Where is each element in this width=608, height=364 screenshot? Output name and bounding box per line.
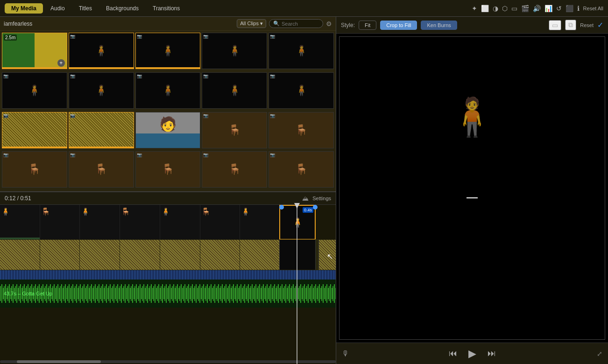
selected-indicator bbox=[2, 147, 67, 148]
settings-gear-icon[interactable]: ⚙ bbox=[326, 20, 332, 28]
figure-icon: 🧍 bbox=[162, 45, 174, 57]
tl-frame-7[interactable]: 🧍 bbox=[240, 205, 280, 239]
play-button[interactable]: ▶ bbox=[468, 348, 476, 360]
figure-icon: 🧍 bbox=[162, 84, 174, 97]
camera-badge: 📷 bbox=[203, 34, 208, 39]
figure-icon: 🧍 bbox=[95, 45, 107, 57]
crop-icon[interactable]: ▭ bbox=[511, 5, 517, 12]
mic-icon[interactable]: 🎙 bbox=[342, 350, 349, 358]
color-icon[interactable]: ◑ bbox=[493, 5, 498, 12]
noise-frame-4[interactable] bbox=[120, 240, 160, 270]
tab-my-media[interactable]: My Media bbox=[5, 3, 43, 14]
person-icon: 🧑 bbox=[159, 116, 177, 132]
search-bar: 🔍 bbox=[269, 19, 323, 28]
media-thumb-20[interactable]: 📷 🪑 bbox=[269, 151, 334, 188]
effects-icon[interactable]: ⬡ bbox=[502, 5, 508, 12]
video-frames-strip: 🧍 🪑 🧍 🪑 🧍 bbox=[0, 205, 336, 239]
skip-to-end-button[interactable]: ⏭ bbox=[488, 349, 496, 358]
tab-audio[interactable]: Audio bbox=[44, 3, 71, 14]
noise-frame-3[interactable] bbox=[80, 240, 120, 270]
media-thumb-4[interactable]: 📷 🧍 bbox=[202, 33, 267, 69]
noise-frame-5[interactable] bbox=[160, 240, 200, 270]
media-thumb-2[interactable]: 📷 🧍 bbox=[69, 33, 134, 69]
left-panel: iamfearless All Clips ▾ 🔍 ⚙ 2.5m + bbox=[0, 17, 336, 364]
noise-frame-end bbox=[318, 240, 336, 270]
crop-center-line bbox=[467, 197, 478, 198]
info-icon[interactable]: ℹ bbox=[577, 5, 580, 12]
media-thumb-17[interactable]: 📷 🪑 bbox=[69, 151, 134, 188]
camera-badge: 📷 bbox=[203, 153, 208, 157]
crop-icon-button[interactable]: ▭ bbox=[549, 20, 561, 30]
preview-figure-silhouette: 🧍 bbox=[449, 95, 495, 139]
graph-icon[interactable]: 📊 bbox=[544, 5, 552, 12]
ken-burns-button[interactable]: Ken Burns bbox=[421, 21, 457, 30]
transform-icon-button[interactable]: ⧉ bbox=[565, 20, 576, 30]
noise-frame-2[interactable] bbox=[40, 240, 80, 270]
scrollbar-thumb[interactable] bbox=[17, 360, 101, 363]
camera-badge: 📷 bbox=[70, 153, 75, 157]
tl-frame-5[interactable]: 🧍 bbox=[160, 205, 200, 239]
media-thumb-1[interactable]: 2.5m + bbox=[2, 33, 67, 69]
chair-icon: 🪑 bbox=[228, 163, 241, 175]
music-track-label: 43.7s – Gotta Get Up bbox=[4, 291, 52, 296]
tl-frame-1[interactable]: 🧍 bbox=[0, 205, 40, 239]
selected-timeline-clip[interactable]: 🧍 0.4s bbox=[279, 205, 316, 240]
media-thumb-14[interactable]: 📷 🪑 bbox=[202, 112, 267, 148]
tl-frame-6[interactable]: 🪑 bbox=[200, 205, 240, 239]
camera-icon[interactable]: 🎬 bbox=[521, 5, 529, 12]
media-thumb-19[interactable]: 📷 🪑 bbox=[202, 151, 267, 188]
media-thumb-5[interactable]: 📷 🧍 bbox=[269, 33, 334, 69]
tab-backgrounds[interactable]: Backgrounds bbox=[99, 3, 145, 14]
tl-frame-2[interactable]: 🪑 bbox=[40, 205, 80, 239]
tl-frame-4[interactable]: 🪑 bbox=[120, 205, 160, 239]
add-icon[interactable]: + bbox=[57, 59, 65, 67]
media-thumb-18[interactable]: 📷 🪑 bbox=[135, 151, 201, 188]
viewer-icon[interactable]: ⬜ bbox=[481, 5, 489, 12]
camera-badge: 📷 bbox=[137, 153, 142, 157]
media-thumb-10[interactable]: 📷 🧍 bbox=[269, 72, 334, 109]
media-thumb-8[interactable]: 📷 🧍 bbox=[135, 72, 201, 109]
chair-icon: 🪑 bbox=[28, 163, 41, 175]
audio-icon[interactable]: 🔊 bbox=[533, 5, 541, 12]
connection-dot-left bbox=[279, 205, 284, 210]
media-thumb-6[interactable]: 📷 🧍 bbox=[2, 72, 67, 109]
tab-transitions[interactable]: Transitions bbox=[146, 3, 186, 14]
media-thumb-16[interactable]: 📷 🪑 bbox=[2, 151, 67, 188]
expand-icon[interactable]: ⤢ bbox=[597, 350, 602, 357]
connection-dot-right bbox=[313, 205, 318, 210]
media-thumb-12[interactable]: 📷 bbox=[69, 112, 134, 148]
tab-titles[interactable]: Titles bbox=[72, 3, 99, 14]
media-thumb-3[interactable]: 📷 🧍 bbox=[135, 33, 201, 69]
noise-frame-7[interactable] bbox=[240, 240, 280, 270]
figure-icon: 🧍 bbox=[228, 84, 241, 97]
timeline-noise-row bbox=[0, 240, 336, 270]
media-thumb-9[interactable]: 📷 🧍 bbox=[202, 72, 267, 109]
noise-frame-6[interactable] bbox=[200, 240, 240, 270]
search-input[interactable] bbox=[282, 21, 319, 27]
reset-button[interactable]: Reset bbox=[580, 22, 594, 28]
media-thumb-7[interactable]: 📷 🧍 bbox=[69, 72, 134, 109]
preview-area[interactable]: 🧍 bbox=[336, 34, 608, 343]
confirm-button[interactable]: ✓ bbox=[597, 21, 603, 29]
noise-frame-1[interactable] bbox=[0, 240, 40, 270]
crop-to-fill-button[interactable]: Crop to Fill bbox=[380, 21, 417, 30]
media-thumb-13[interactable]: 🧑 bbox=[135, 112, 201, 148]
background-icon[interactable]: ⬛ bbox=[566, 5, 573, 12]
magic-wand-icon[interactable]: ✦ bbox=[472, 5, 477, 12]
share-icon[interactable]: ↺ bbox=[556, 5, 562, 12]
camera-badge: 📷 bbox=[270, 34, 275, 39]
tl-frame-3[interactable]: 🧍 bbox=[80, 205, 120, 239]
skip-to-start-button[interactable]: ⏮ bbox=[449, 349, 457, 358]
media-thumb-11[interactable]: 📷 bbox=[2, 112, 67, 148]
selected-noise-clip[interactable] bbox=[279, 240, 316, 270]
selected-indicator bbox=[136, 67, 200, 69]
settings-label[interactable]: Settings bbox=[312, 196, 331, 201]
playhead[interactable] bbox=[297, 205, 297, 364]
reset-all-button[interactable]: Reset All bbox=[583, 6, 603, 11]
fit-button[interactable]: Fit bbox=[359, 21, 376, 30]
clips-filter-select[interactable]: All Clips ▾ bbox=[237, 19, 266, 28]
camera-badge: 📷 bbox=[3, 153, 8, 157]
media-thumb-15[interactable]: 📷 🪑 bbox=[269, 112, 334, 148]
timeline-scrollbar[interactable] bbox=[0, 360, 336, 363]
chair-icon: 🪑 bbox=[228, 124, 241, 136]
